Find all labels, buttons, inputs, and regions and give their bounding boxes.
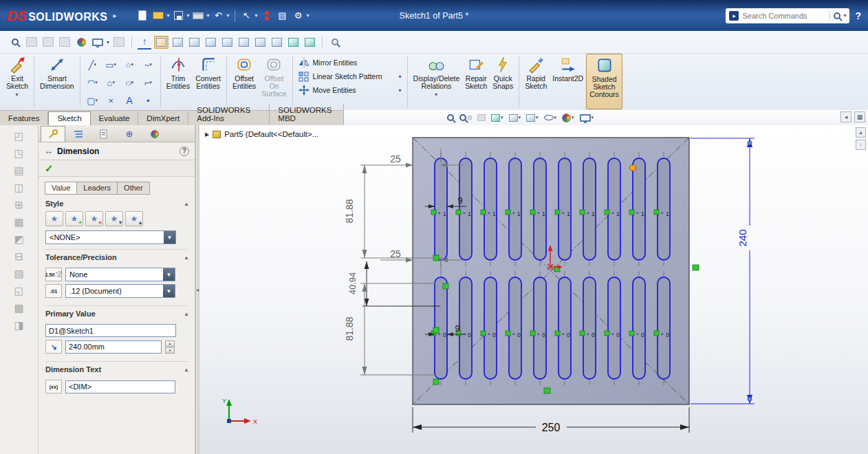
style-dropdown[interactable]: <NONE> ▼	[45, 230, 176, 244]
splitter-grip-icon[interactable]: ◂	[196, 287, 199, 293]
zoom-to-area-icon[interactable]	[8, 34, 22, 50]
feature-tree-flyout[interactable]: ▶ Part5 (Default<<Default>...	[205, 130, 318, 138]
undo-icon[interactable]: ↶	[211, 8, 225, 23]
graphics-viewport[interactable]: ▶ Part5 (Default<<Default>... ▴ ▫ *1 *0	[199, 125, 868, 454]
highlighted-sketch-point[interactable]	[630, 165, 636, 171]
repair-sketch-button[interactable]: Repair Sketch	[462, 54, 490, 109]
feature-tool-icon-6[interactable]: ▦	[14, 217, 23, 227]
relations-caret-icon[interactable]: ▾	[435, 91, 437, 98]
feature-tool-icon-8[interactable]: ⊟	[14, 251, 23, 261]
dimension-name-field[interactable]	[45, 324, 176, 337]
file-properties-icon[interactable]: ▤	[276, 8, 290, 23]
view-isometric-icon[interactable]	[253, 34, 267, 50]
spin-up-icon[interactable]: ▴	[165, 340, 175, 347]
print-icon[interactable]	[191, 8, 205, 23]
edit-appearance-icon[interactable]: ▾	[562, 114, 574, 122]
view-front-icon[interactable]	[154, 34, 168, 50]
tolerance-type-dropdown[interactable]: None ▼	[65, 268, 175, 281]
circle-tool-icon[interactable]: ○▾	[120, 56, 139, 74]
normal-to-icon[interactable]: ↑	[138, 34, 151, 50]
search-caret-icon[interactable]: ▾	[843, 12, 846, 19]
viewport-pane-up-icon[interactable]: ▴	[856, 127, 866, 138]
trim-entities-button[interactable]: Trim Entities	[164, 54, 193, 109]
menu-expand-icon[interactable]: ▸	[113, 12, 116, 19]
precision-dropdown[interactable]: .12 (Document) ▼	[65, 284, 175, 298]
zoom-fit-icon[interactable]	[447, 114, 454, 121]
select-caret-icon[interactable]: ▾	[255, 12, 258, 19]
save-icon[interactable]	[171, 8, 185, 23]
offset-entities-button[interactable]: Offset Entities	[230, 54, 259, 109]
feature-tool-icon-5[interactable]: ⊞	[14, 199, 23, 210]
collapse-icon[interactable]: ▴	[185, 367, 188, 373]
spline-tool-icon[interactable]: ~▾	[139, 56, 158, 74]
section-view-2-icon[interactable]	[303, 34, 316, 50]
hide-show-items-icon[interactable]: ▾	[544, 115, 557, 120]
save-style-icon[interactable]: ★▾	[105, 211, 123, 226]
featuremanager-tab[interactable]	[66, 126, 91, 142]
tab-value[interactable]: Value	[45, 182, 77, 195]
undo-caret-icon[interactable]: ▾	[226, 12, 229, 19]
smart-dimension-button[interactable]: Smart Dimension	[37, 54, 77, 109]
viewport-pane-box-icon[interactable]: ▫	[856, 140, 866, 150]
fillet-tool-icon[interactable]: ⌐▾	[139, 74, 158, 91]
display-delete-relations-button[interactable]: Display/Delete Relations ▾	[411, 54, 463, 109]
tab-evaluate[interactable]: Evaluate	[91, 112, 139, 125]
section-view-hud-icon[interactable]: ▾	[491, 114, 503, 122]
delete-style-icon[interactable]: ★×	[85, 211, 103, 226]
tab-solidworks-mbd[interactable]: SOLIDWORKS MBD	[270, 104, 344, 125]
tree-item-part[interactable]: Part5 (Default<<Default>...	[224, 130, 318, 138]
exit-sketch-caret-icon[interactable]: ▾	[16, 91, 19, 98]
convert-entities-button[interactable]: Convert Entities	[193, 54, 224, 109]
display-style-icon[interactable]: ▾	[526, 114, 539, 122]
open-document-icon[interactable]	[151, 8, 165, 23]
feature-tool-icon-1[interactable]: ◰	[14, 131, 23, 141]
line-tool-icon[interactable]: ╱▾	[83, 56, 102, 74]
tab-features[interactable]: Features	[0, 112, 48, 125]
appearance-ball-icon[interactable]	[74, 34, 88, 50]
display-manager-tab[interactable]	[142, 126, 167, 142]
rapid-sketch-button[interactable]: Rapid Sketch	[522, 54, 550, 109]
tab-other[interactable]: Other	[118, 182, 150, 195]
quick-snaps-button[interactable]: Quick Snaps	[490, 54, 516, 109]
feature-tool-icon-11[interactable]: ▩	[14, 303, 23, 313]
pane-grid-icon[interactable]: ▦	[854, 111, 865, 122]
mirror-entities-button[interactable]: Mirror Entities	[299, 57, 402, 68]
feature-tool-icon-7[interactable]: ◩	[14, 234, 23, 244]
sketch-canvas[interactable]: *1 *0	[199, 125, 868, 454]
move-entities-caret-icon[interactable]: ▾	[399, 87, 402, 94]
collapse-icon[interactable]: ▴	[185, 255, 188, 261]
dimension-value-field[interactable]	[65, 340, 162, 354]
open-caret-icon[interactable]: ▾	[166, 12, 169, 19]
shaded-sketch-contours-button[interactable]: Shaded Sketch Contours	[586, 54, 622, 109]
view-back-icon[interactable]	[171, 34, 184, 50]
apply-scene-icon[interactable]: ▾	[580, 114, 594, 122]
linear-pattern-caret-icon[interactable]: ▾	[399, 74, 402, 80]
previous-view-icon[interactable]	[477, 114, 486, 121]
view-orientation-icon[interactable]: ▾	[509, 114, 521, 122]
ellipse-tool-icon[interactable]: ○▾	[120, 74, 139, 91]
tab-leaders[interactable]: Leaders	[77, 182, 118, 195]
tolerance-caret-icon[interactable]: ▼	[163, 268, 175, 281]
feature-tool-icon-2[interactable]: ◳	[14, 148, 23, 158]
collapse-pane-icon[interactable]: ◂	[840, 111, 851, 122]
tool-placeholder-icon-1[interactable]	[25, 34, 39, 50]
style-dropdown-caret-icon[interactable]: ▼	[164, 231, 175, 244]
tree-expand-icon[interactable]: ▶	[205, 131, 209, 138]
tool-placeholder-icon-2[interactable]	[41, 34, 55, 50]
help-icon[interactable]: ?	[855, 10, 861, 21]
ok-check-icon[interactable]: ✓	[45, 162, 54, 175]
slot-tool-icon[interactable]: ▢▾	[83, 91, 102, 109]
trim-small-icon[interactable]: ×	[102, 91, 120, 109]
collapse-icon[interactable]: ▴	[185, 311, 188, 317]
tab-dimxpert[interactable]: DimXpert	[138, 112, 188, 125]
propertymanager-tab[interactable]	[41, 126, 65, 142]
new-document-icon[interactable]	[135, 8, 149, 23]
dim-offset-top-text[interactable]: 25	[390, 153, 401, 164]
section-view-icon[interactable]	[286, 34, 300, 50]
select-cursor-icon[interactable]: ↖	[240, 8, 254, 23]
dim-slot-length-bottom-text[interactable]: 81.88	[344, 316, 355, 340]
view-bottom-icon[interactable]	[237, 34, 250, 50]
measure-icon[interactable]	[328, 34, 342, 50]
feature-tool-icon-3[interactable]: ▤	[14, 165, 23, 175]
dim-slot-width-bottom-text[interactable]: 9	[455, 323, 459, 334]
